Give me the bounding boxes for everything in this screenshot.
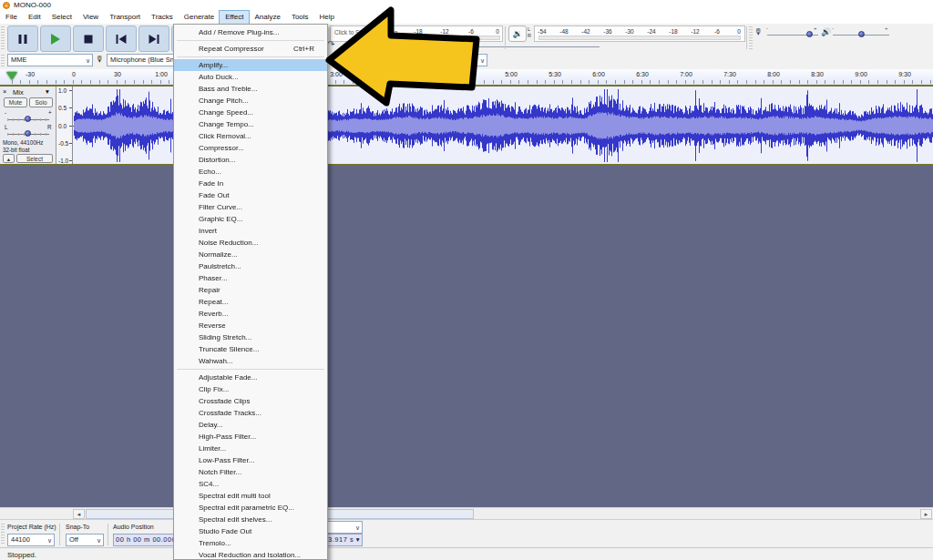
redo-icon[interactable]: ↷ [327,39,334,49]
effect-menu-item[interactable]: Adjustable Fade... [174,372,327,383]
recording-meter-bar [418,36,500,40]
menubar-item-analyze[interactable]: Analyze [249,11,285,24]
effect-menu-item[interactable]: Filter Curve... [174,201,327,213]
toolbar-grip[interactable] [1,26,5,49]
play-at-speed-knob[interactable] [472,43,478,49]
effect-menu-item[interactable]: Reverse [174,320,327,331]
effect-menu-item[interactable]: Add / Remove Plug-ins... [174,26,327,38]
effect-menu-item[interactable]: Change Speed... [174,107,327,118]
effect-menu-item[interactable]: Clip Fix... [174,383,327,395]
effect-menu-item[interactable]: Spectral edit shelves... [174,514,327,525]
effect-menu-item[interactable]: Crossfade Tracks... [174,407,327,419]
menubar-item-transport[interactable]: Transport [104,11,146,24]
audio-host-dropdown[interactable]: MME ∨ [7,54,93,66]
skip-to-start-button[interactable] [106,25,137,52]
effect-menu-item[interactable]: Auto Duck... [174,71,327,83]
effect-menu-item[interactable]: Normalize... [174,249,327,260]
recording-meter[interactable]: Click to Start Monitoring -18-12-60 [330,25,503,42]
menubar-item-edit[interactable]: Edit [23,11,46,24]
pan-knob[interactable] [25,130,31,137]
select-track-button[interactable]: Select [16,154,53,163]
pause-button[interactable] [7,25,38,52]
effect-menu-item[interactable]: Reverb... [174,308,327,320]
timeline-label: 30 [114,71,121,77]
timeline-ruler[interactable]: -300301:001:302:002:303:003:304:004:305:… [0,69,933,86]
effect-menu-item[interactable]: Graphic EQ... [174,213,327,225]
mixer-grip[interactable] [749,26,753,49]
play-button[interactable] [40,25,71,52]
effect-menu-item[interactable]: High-Pass Filter... [174,431,327,443]
playback-volume-knob[interactable] [858,31,865,37]
menubar-item-generate[interactable]: Generate [179,11,220,24]
vertical-scale-ruler[interactable]: 1.00.50.0-0.5-1.0 [56,87,73,164]
effect-menu-item[interactable]: Phaser... [174,272,327,284]
effect-menu-item[interactable]: Vocal Reduction and Isolation... [174,549,327,560]
play-at-speed-slider[interactable] [394,46,600,47]
scroll-right-button[interactable]: ► [920,509,932,519]
project-rate-dropdown[interactable]: 44100 ∨ [7,534,55,546]
menubar-item-file[interactable]: File [0,11,23,24]
track-menu-button[interactable]: ▾ [46,87,49,96]
effect-menu-item[interactable]: Fade In [174,178,327,189]
menubar-item-select[interactable]: Select [46,11,77,24]
skip-to-end-button[interactable] [138,25,169,52]
effect-menu-item[interactable]: Change Tempo... [174,118,327,130]
effect-menu-item[interactable]: Delay... [174,419,327,431]
meter-scale-label: -12 [691,28,699,35]
effect-menu-item[interactable]: Spectral edit multi tool [174,490,327,502]
menubar-item-view[interactable]: View [77,11,104,24]
playback-meter-button[interactable]: 🔉 [508,25,527,42]
effect-menu-item[interactable]: Low-Pass Filter... [174,454,327,466]
record-slider-minus: - [766,25,768,31]
timeline-label: 7:00 [680,71,692,77]
menubar-item-tracks[interactable]: Tracks [146,11,179,24]
effect-menu-item[interactable]: Compressor... [174,142,327,154]
effect-menu-item[interactable]: Amplify... [174,59,327,71]
effect-menu-item[interactable]: Distortion... [174,154,327,166]
snap-to-dropdown[interactable]: Off ∨ [66,534,104,546]
effect-menu-item[interactable]: Fade Out [174,189,327,201]
playback-device-dropdown[interactable]: ∨ [342,54,487,66]
playback-meter[interactable]: -54-48-42-36-30-24-18-12-60 [534,25,745,42]
timeline-minor-ticks [0,80,933,84]
effect-menu-item[interactable]: Echo... [174,166,327,178]
horizontal-scrollbar[interactable]: ◄ ► [0,507,933,519]
stop-button[interactable] [73,25,104,52]
project-canvas[interactable] [0,166,933,507]
effect-menu-item[interactable]: Noise Reduction... [174,237,327,249]
gain-knob[interactable] [25,116,31,122]
effect-menu-item[interactable]: Invert [174,225,327,237]
menubar-item-tools[interactable]: Tools [286,11,314,24]
effect-menu-item[interactable]: Wahwah... [174,355,327,367]
effect-menu-item[interactable]: Spectral edit parametric EQ... [174,502,327,514]
effect-menu-item[interactable]: Crossfade Clips [174,395,327,407]
effect-menu-item[interactable]: SC4... [174,478,327,490]
close-track-button[interactable]: × [3,87,6,96]
effect-menu-item[interactable]: Limiter... [174,443,327,454]
effect-menu-item[interactable]: Change Pitch... [174,95,327,107]
effect-menu-item[interactable]: Truncate Silence... [174,343,327,355]
effect-menu-item[interactable]: Repair [174,284,327,296]
effect-menu-item[interactable]: Studio Fade Out [174,525,327,537]
collapse-track-button[interactable]: ▴ [3,154,15,163]
pinned-play-head-button[interactable] [6,72,17,80]
effect-menu-item[interactable]: Bass and Treble... [174,83,327,95]
menubar-item-help[interactable]: Help [314,11,340,24]
recording-volume-knob[interactable] [806,31,813,37]
menubar-item-effect[interactable]: Effect [220,11,249,24]
device-grip[interactable] [1,55,5,67]
mute-button[interactable]: Mute [4,97,27,107]
selbar-grip[interactable] [1,524,5,545]
effect-menu-item[interactable]: Repeat... [174,296,327,308]
track-title[interactable]: Mix [13,88,24,97]
scroll-left-button[interactable]: ◄ [73,509,85,519]
effect-menu-item[interactable]: Tremolo... [174,537,327,549]
menu-item-label: Add / Remove Plug-ins... [199,28,279,36]
solo-button[interactable]: Solo [29,97,53,107]
meter-scale-label: -36 [603,28,611,35]
effect-menu-item[interactable]: Notch Filter... [174,466,327,478]
effect-menu-item[interactable]: Paulstretch... [174,260,327,272]
effect-menu-item[interactable]: Repeat CompressorCtrl+R [174,43,327,55]
effect-menu-item[interactable]: Click Removal... [174,130,327,142]
effect-menu-item[interactable]: Sliding Stretch... [174,331,327,343]
